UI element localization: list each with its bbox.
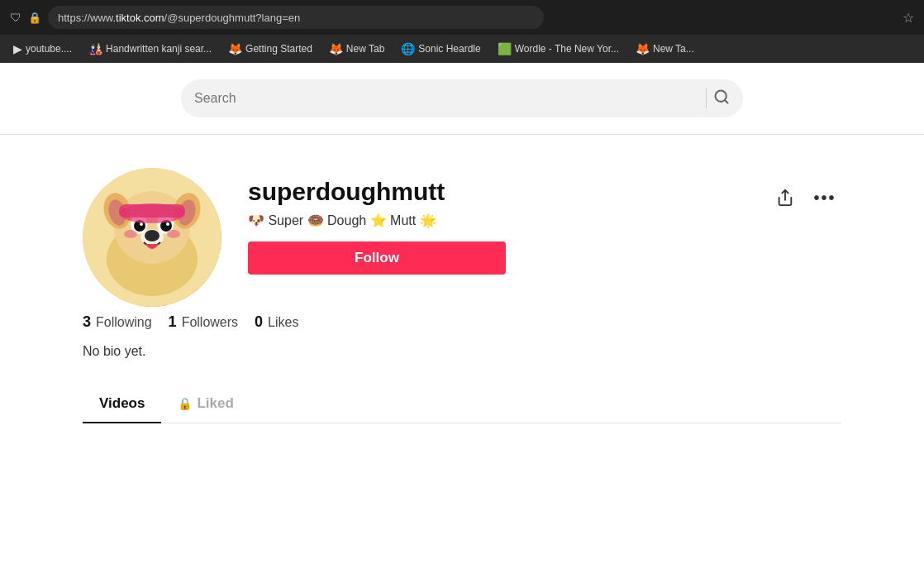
svg-rect-20: [119, 204, 185, 217]
url-bar[interactable]: https://www.tiktok.com/@superdoughmutt?l…: [48, 6, 544, 29]
bookmark-new-tab-2[interactable]: 🦊 New Ta...: [629, 41, 701, 57]
search-button[interactable]: [713, 88, 730, 109]
tab-liked[interactable]: 🔒 Liked: [161, 385, 250, 423]
lock-icon: 🔒: [178, 397, 192, 410]
ellipsis-icon: •••: [813, 189, 836, 208]
search-input[interactable]: [194, 91, 699, 106]
youtube-icon: ▶: [13, 42, 22, 55]
avatar: [83, 168, 221, 307]
profile-username: superdoughmutt: [248, 178, 742, 206]
avatar-image: [83, 168, 221, 307]
svg-point-17: [124, 230, 137, 238]
following-stat[interactable]: 3 Following: [83, 313, 152, 331]
bookmark-wordle[interactable]: 🟩 Wordle - The New Yor...: [491, 41, 626, 57]
following-count: 3: [83, 313, 91, 331]
more-options-button[interactable]: •••: [808, 181, 841, 214]
firefox-icon-2: 🦊: [329, 42, 343, 55]
bookmark-sonic-heardle[interactable]: 🌐 Sonic Heardle: [394, 41, 487, 57]
bookmark-getting-started[interactable]: 🦊 Getting Started: [221, 41, 319, 57]
bookmark-kanji[interactable]: 🎎 Handwritten kanji sear...: [82, 41, 218, 57]
follow-button[interactable]: Follow: [248, 241, 506, 275]
search-area: [0, 63, 924, 135]
svg-line-1: [725, 99, 728, 103]
shield-icon: 🛡: [10, 11, 21, 24]
bookmark-youtube[interactable]: ▶ youtube....: [7, 41, 79, 57]
bookmark-star-icon[interactable]: ☆: [903, 10, 914, 26]
followers-count: 1: [169, 313, 177, 331]
profile-bio: No bio yet.: [83, 344, 841, 359]
profile-header: superdoughmutt 🐶 Super 🍩 Dough ⭐ Mutt 🌟 …: [83, 168, 841, 307]
likes-label: Likes: [268, 315, 298, 330]
likes-count: 0: [255, 313, 263, 331]
url-text: https://www.tiktok.com/@superdoughmutt?l…: [58, 12, 300, 24]
kanji-icon: 🎎: [88, 42, 102, 55]
share-button[interactable]: [769, 181, 802, 214]
followers-label: Followers: [182, 315, 238, 330]
following-label: Following: [96, 315, 152, 330]
profile-info: superdoughmutt 🐶 Super 🍩 Dough ⭐ Mutt 🌟 …: [248, 168, 742, 275]
wordle-icon: 🟩: [498, 42, 512, 55]
firefox-icon-1: 🦊: [228, 42, 242, 55]
bookmarks-bar: ▶ youtube.... 🎎 Handwritten kanji sear..…: [0, 35, 924, 63]
svg-point-13: [140, 222, 143, 226]
svg-point-16: [145, 230, 160, 241]
likes-stat[interactable]: 0 Likes: [255, 313, 298, 331]
search-bar: [181, 79, 743, 117]
search-divider: [706, 88, 707, 108]
svg-point-14: [166, 222, 169, 226]
profile-page: superdoughmutt 🐶 Super 🍩 Dough ⭐ Mutt 🌟 …: [0, 135, 924, 423]
lock-icon: 🔒: [28, 12, 41, 24]
profile-actions: •••: [769, 168, 841, 214]
profile-stats: 3 Following 1 Followers 0 Likes: [83, 313, 841, 331]
profile-display-name: 🐶 Super 🍩 Dough ⭐ Mutt 🌟: [248, 213, 742, 228]
liked-tab-label: Liked: [197, 395, 233, 412]
followers-stat[interactable]: 1 Followers: [169, 313, 238, 331]
profile-tabs: Videos 🔒 Liked: [83, 385, 841, 423]
bookmark-new-tab[interactable]: 🦊 New Tab: [322, 41, 391, 57]
tab-videos[interactable]: Videos: [83, 385, 161, 423]
search-icon: [713, 88, 730, 105]
svg-point-18: [167, 230, 180, 238]
firefox-icon-3: 🦊: [636, 42, 650, 55]
avatar-svg: [83, 168, 221, 307]
globe-icon: 🌐: [401, 42, 415, 55]
share-icon: [776, 189, 794, 207]
videos-tab-label: Videos: [99, 395, 145, 412]
browser-chrome: 🛡 🔒 https://www.tiktok.com/@superdoughmu…: [0, 0, 924, 35]
